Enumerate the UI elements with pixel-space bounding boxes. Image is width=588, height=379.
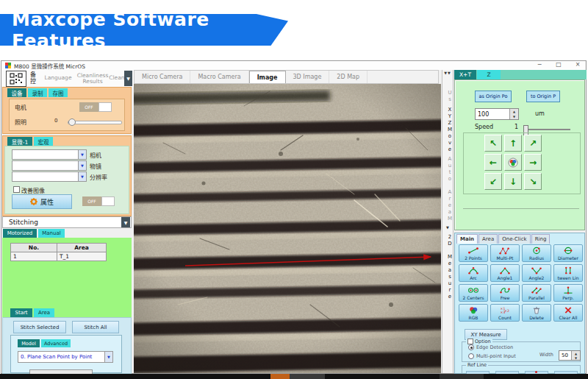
delete-button[interactable]: Delete	[522, 304, 551, 322]
stitch-all-button[interactable]: Stitch All	[72, 321, 119, 333]
radius-icon	[529, 247, 544, 255]
multi-point-button[interactable]: Multi-Pt	[490, 244, 520, 262]
angle2-button[interactable]: Angle2	[522, 264, 551, 282]
menu-cleanliness-results[interactable]: Cleanliness Results	[75, 73, 110, 85]
step-size-spinner[interactable]: 100 ▲▼	[475, 108, 519, 120]
objective-select[interactable]: ▼	[12, 160, 87, 171]
move-down-button[interactable]: ↓	[504, 173, 522, 190]
count-button[interactable]: ×1×2×3 Count	[490, 304, 520, 322]
tab-macro-view[interactable]: 宏观	[34, 137, 53, 146]
move-home-button[interactable]	[504, 154, 522, 171]
camera-select-label: 相机	[90, 151, 101, 159]
xyz-tabbar: X+T Z	[454, 70, 587, 79]
tab-save-image[interactable]: 存图	[49, 88, 68, 97]
tab-scroll-arrows[interactable]: ▼▼	[442, 71, 453, 75]
parallel-button[interactable]: Parallel	[522, 284, 551, 302]
device-control-label[interactable]: 备 控	[28, 71, 38, 85]
light-slider[interactable]	[68, 121, 122, 124]
minimize-button[interactable]: −	[533, 61, 546, 69]
properties-toggle[interactable]: OFF	[82, 196, 115, 206]
tab-micro-camera[interactable]: Micro Camera	[135, 71, 190, 83]
improve-image-checkbox[interactable]	[13, 186, 20, 193]
strip-item-us[interactable]: Us	[442, 90, 453, 103]
move-up-left-button[interactable]: ↖	[484, 135, 502, 152]
toolbar-overflow-dropdown[interactable]: ▼	[124, 71, 132, 86]
width-spinner[interactable]: 50 ▲▼	[559, 350, 581, 361]
tab-measure-area[interactable]: Area	[478, 234, 498, 244]
free-button[interactable]: Free	[490, 284, 520, 302]
go-to-origin-button[interactable]: to Origin P	[526, 91, 560, 102]
stitching-header[interactable]: Stitching	[2, 216, 132, 228]
multi-point-option[interactable]: Multi-point Input	[468, 353, 516, 359]
rgb-button[interactable]: RGB	[459, 304, 488, 322]
strip-item-auto-area[interactable]: Auto Area	[442, 156, 453, 216]
stitching-collapse-button[interactable]: ▼	[121, 217, 130, 227]
tab-motorized[interactable]: Motorized	[3, 229, 37, 238]
parallel-icon	[529, 286, 544, 294]
arc-icon	[466, 266, 481, 274]
table-cell-no[interactable]: 1	[10, 252, 57, 261]
set-as-origin-button[interactable]: as Origin Po	[475, 91, 512, 102]
motor-toggle[interactable]: OFF	[79, 102, 112, 112]
specimen-image-canvas	[134, 84, 441, 373]
arrow-up-right-icon: ↗	[529, 138, 537, 149]
table-cell-area[interactable]: T_1	[57, 252, 107, 261]
tab-macro-camera[interactable]: Macro Camera	[190, 71, 248, 83]
device-stamp-button[interactable]	[6, 71, 26, 87]
tab-one-click[interactable]: One-Click	[498, 234, 530, 244]
clear-all-button[interactable]: Clear All	[553, 304, 583, 322]
move-down-right-button[interactable]: ↘	[524, 173, 542, 190]
angle1-button[interactable]: Angle1	[490, 264, 520, 282]
gear-icon	[30, 198, 37, 205]
tab-ring[interactable]: Ring	[531, 234, 551, 244]
diameter-button[interactable]: Diameter	[553, 244, 583, 262]
option-checkbox[interactable]	[467, 339, 473, 344]
strip-item-2d-measure[interactable]: 2D Measure	[442, 234, 453, 300]
multi-point-radio[interactable]	[468, 353, 474, 359]
tab-image[interactable]: Image	[249, 71, 286, 83]
move-left-button[interactable]: ←	[484, 154, 502, 171]
move-right-button[interactable]: →	[524, 154, 542, 171]
move-up-button[interactable]: ↑	[504, 135, 522, 152]
tab-advanced[interactable]: Advanced	[41, 339, 71, 347]
close-button[interactable]: ×	[571, 61, 584, 69]
resolution-select[interactable]: ▼	[12, 171, 87, 182]
camera-select[interactable]: ▼	[12, 149, 87, 160]
tab-z[interactable]: Z	[477, 70, 501, 79]
two-centers-button[interactable]: 2 Centers	[459, 284, 488, 302]
strip-item-m[interactable]: M	[442, 216, 453, 222]
move-up-right-button[interactable]: ↗	[524, 135, 542, 152]
tab-manual[interactable]: Manual	[38, 229, 65, 238]
tab-main[interactable]: Main	[456, 234, 478, 244]
tab-micro-1[interactable]: 显微-1	[7, 137, 32, 146]
properties-button[interactable]: 属性	[12, 194, 72, 209]
menu-language[interactable]: Language	[43, 75, 74, 81]
tab-area[interactable]: Area	[34, 308, 54, 317]
move-down-left-button[interactable]: ↙	[484, 173, 502, 190]
strip-item-xyzmove[interactable]: XYZMove	[442, 107, 453, 153]
arc-button[interactable]: Arc	[459, 264, 488, 282]
speed-slider[interactable]	[523, 129, 570, 130]
tab-start[interactable]: Start	[10, 308, 32, 317]
stitch-selected-button[interactable]: Stitch Selected	[13, 321, 66, 333]
edge-detection-radio[interactable]	[468, 344, 474, 350]
strip-divider-arrow[interactable]: ▼	[442, 225, 453, 230]
unit-label: um	[535, 110, 545, 117]
between-lines-button[interactable]: tween Lin	[553, 264, 583, 282]
tab-xt[interactable]: X+T	[454, 70, 476, 79]
tab-record[interactable]: 录制	[28, 88, 47, 97]
light-slider-thumb[interactable]	[68, 118, 76, 126]
tab-2d-map[interactable]: 2D Map	[329, 71, 368, 83]
tab-model[interactable]: Model	[18, 339, 40, 347]
two-points-button[interactable]: 2 Points	[459, 244, 488, 262]
rgb-home-icon	[508, 157, 518, 168]
edge-detection-option[interactable]: Edge Detection	[468, 344, 513, 350]
microscope-image[interactable]	[134, 84, 441, 373]
improve-image-label: 改善图像	[21, 186, 45, 194]
restore-button[interactable]: □	[552, 61, 565, 69]
perpendicular-button[interactable]: Perp.	[553, 284, 583, 302]
scan-mode-select[interactable]: 0. Plane Scan Point by Point ▼	[18, 351, 113, 363]
tab-3d-image[interactable]: 3D Image	[286, 71, 330, 83]
radius-button[interactable]: Radius	[522, 244, 551, 262]
tab-device[interactable]: 设备	[7, 88, 26, 97]
